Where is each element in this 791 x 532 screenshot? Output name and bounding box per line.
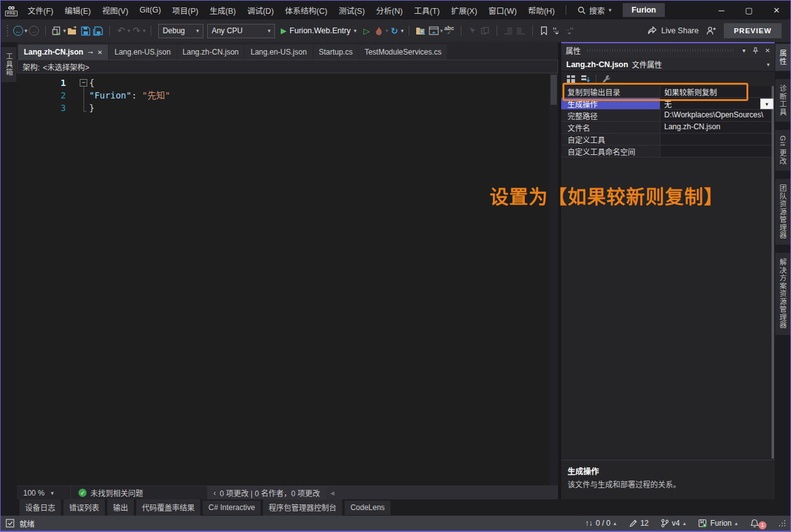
editor-vertical-scrollbar[interactable] bbox=[549, 73, 558, 486]
sidebar-tab-properties[interactable]: 属性 bbox=[775, 44, 790, 71]
search-control[interactable]: 搜索 ▾ bbox=[571, 1, 618, 19]
hot-reload-button[interactable] bbox=[373, 23, 385, 38]
codelens-changes[interactable]: ‹ 0 项更改 | 0 名作者，0 项更改 bbox=[207, 486, 326, 499]
git-branch-status[interactable]: v4 ▴ bbox=[661, 519, 686, 528]
uncomment-button[interactable] bbox=[479, 23, 492, 38]
menu-file[interactable]: 文件(F) bbox=[22, 1, 59, 19]
tab-code-coverage[interactable]: 代码覆盖率结果 bbox=[136, 499, 200, 516]
tab-lang-en-us[interactable]: Lang.en-US.json bbox=[109, 45, 176, 60]
git-repository-status[interactable]: Furion ▴ bbox=[698, 519, 738, 528]
back-caret-icon[interactable]: ▾ bbox=[24, 28, 28, 34]
menu-project[interactable]: 项目(P) bbox=[166, 1, 204, 19]
maximize-button[interactable]: ▢ bbox=[735, 1, 763, 19]
menu-edit[interactable]: 编辑(E) bbox=[59, 1, 97, 19]
tab-package-manager-console[interactable]: 程序包管理器控制台 bbox=[263, 499, 342, 516]
notifications-button[interactable]: 1 bbox=[750, 518, 767, 529]
tab-lang-zh-cn-2[interactable]: Lang.zh-CN.json bbox=[177, 45, 244, 60]
categorized-view-icon[interactable] bbox=[566, 75, 576, 83]
search-value-furion[interactable]: Furion bbox=[623, 3, 665, 17]
scrollbar-thumb[interactable] bbox=[551, 75, 557, 105]
navigate-back-button[interactable]: ← bbox=[12, 23, 24, 38]
property-grid-scrollbar[interactable] bbox=[772, 86, 774, 459]
preview-button[interactable]: PREVIEW bbox=[724, 23, 782, 38]
undo-caret-icon[interactable]: ▾ bbox=[127, 28, 131, 34]
menu-debug[interactable]: 调试(D) bbox=[242, 1, 279, 19]
tab-output[interactable]: 输出 bbox=[107, 499, 134, 516]
property-row-custom-tool[interactable]: 自定义工具 bbox=[561, 134, 775, 146]
property-row-file-name[interactable]: 文件名 Lang.zh-CN.json bbox=[561, 122, 775, 134]
properties-titlebar[interactable]: 属性 ▾ ✕ bbox=[561, 43, 775, 58]
solution-explorer-sync-button[interactable] bbox=[428, 23, 440, 38]
sidebar-tab-solution-explorer[interactable]: 解决方案资源管理器 bbox=[775, 253, 790, 335]
spell-check-button[interactable]: abc ✓ bbox=[443, 23, 456, 38]
menu-build[interactable]: 生成(B) bbox=[204, 1, 242, 19]
tab-startup-cs[interactable]: Startup.cs bbox=[313, 45, 358, 60]
redo-caret-icon[interactable]: ▾ bbox=[143, 28, 146, 34]
code-health-indicator[interactable]: ✓ 未找到相关问题 bbox=[71, 487, 151, 498]
build-action-dropdown-button[interactable]: ▾ bbox=[760, 98, 773, 109]
tab-lang-zh-cn-active[interactable]: Lang.zh-CN.json ⊸ ✕ bbox=[18, 45, 108, 60]
redo-button[interactable]: ↷ bbox=[131, 23, 143, 38]
find-in-files-button[interactable] bbox=[414, 23, 428, 38]
scroll-left-icon[interactable]: ◀ bbox=[330, 490, 335, 496]
git-sync-status[interactable]: ↑↓ 0 / 0 ▴ bbox=[585, 519, 616, 528]
sidebar-tab-diagnostic-tools[interactable]: 诊断工具 bbox=[775, 79, 790, 122]
fold-collapse-icon[interactable]: − bbox=[80, 79, 87, 87]
open-file-button[interactable] bbox=[66, 23, 79, 38]
undo-button[interactable]: ↶ bbox=[115, 23, 127, 38]
menu-architecture[interactable]: 体系结构(C) bbox=[279, 1, 333, 19]
menu-analyze[interactable]: 分析(N) bbox=[370, 1, 408, 19]
editor-horizontal-scrollbar[interactable]: ◀ bbox=[326, 486, 558, 499]
tab-codelens[interactable]: CodeLens bbox=[345, 501, 390, 515]
pin-icon[interactable]: ⊸ bbox=[88, 49, 93, 56]
close-tab-icon[interactable]: ✕ bbox=[97, 49, 102, 56]
navigate-forward-button[interactable]: → bbox=[28, 23, 40, 38]
decrease-indent-button[interactable] bbox=[502, 23, 515, 38]
pending-edits-status[interactable]: 12 bbox=[629, 519, 648, 528]
minimize-button[interactable]: ─ bbox=[708, 1, 735, 19]
menu-tools[interactable]: 工具(T) bbox=[408, 1, 445, 19]
feedback-person-icon[interactable] bbox=[706, 26, 716, 35]
close-button[interactable]: ✕ bbox=[763, 1, 790, 19]
sidebar-tab-toolbox[interactable]: 工具箱 bbox=[1, 47, 16, 82]
pin-panel-icon[interactable] bbox=[752, 47, 759, 54]
save-all-button[interactable] bbox=[92, 23, 104, 38]
tab-csharp-interactive[interactable]: C# Interactive bbox=[203, 501, 261, 515]
property-pages-wrench-icon[interactable] bbox=[601, 75, 611, 83]
solution-configuration-combo[interactable]: Debug ▾ bbox=[158, 24, 203, 38]
architecture-bar[interactable]: 架构: <未选择架构> bbox=[17, 60, 558, 73]
close-panel-icon[interactable]: ✕ bbox=[765, 47, 770, 54]
alphabetical-sort-icon[interactable] bbox=[581, 75, 591, 83]
increase-indent-button[interactable] bbox=[515, 23, 527, 38]
toggle-bookmark-button[interactable] bbox=[538, 23, 551, 38]
save-button[interactable] bbox=[79, 23, 92, 38]
zoom-level-combo[interactable]: 100 % ▾ bbox=[17, 486, 71, 499]
property-row-custom-tool-namespace[interactable]: 自定义工具命名空间 bbox=[561, 146, 775, 157]
tab-testmoduleservices-cs[interactable]: TestModuleServices.cs bbox=[359, 45, 448, 60]
menu-extensions[interactable]: 扩展(X) bbox=[445, 1, 483, 19]
panel-menu-caret-icon[interactable]: ▾ bbox=[743, 47, 746, 54]
restart-application-button[interactable]: ↻ bbox=[388, 23, 401, 38]
tab-device-log[interactable]: 设备日志 bbox=[19, 499, 61, 516]
property-row-full-path[interactable]: 完整路径 D:\Workplaces\OpenSources\ bbox=[561, 110, 775, 122]
restart-caret-icon[interactable]: ▾ bbox=[401, 28, 404, 34]
live-share-button[interactable]: Live Share bbox=[647, 26, 699, 35]
menu-help[interactable]: 帮助(H) bbox=[522, 1, 560, 19]
start-without-debugging-button[interactable]: ▷ bbox=[360, 23, 373, 38]
new-project-button[interactable] bbox=[51, 23, 63, 38]
sync-caret-icon[interactable]: ▾ bbox=[440, 28, 443, 34]
toolbar-grip[interactable] bbox=[7, 25, 8, 36]
properties-object-selector[interactable]: Lang.zh-CN.json 文件属性 ▾ bbox=[561, 58, 775, 72]
resize-grip[interactable] bbox=[779, 520, 785, 526]
sidebar-tab-git-changes[interactable]: Git 更改 bbox=[775, 130, 790, 171]
code-editor[interactable]: 1 − { 2 "Furion" : "先知" 3 } bbox=[17, 73, 558, 486]
bookmark-prev-button[interactable] bbox=[551, 23, 563, 38]
tab-error-list[interactable]: 错误列表 bbox=[63, 499, 105, 516]
menu-view[interactable]: 视图(V) bbox=[97, 1, 134, 19]
tab-lang-en-us-2[interactable]: Lang.en-US.json bbox=[245, 45, 312, 60]
solution-platform-combo[interactable]: Any CPU ▾ bbox=[207, 24, 275, 38]
sidebar-tab-team-explorer[interactable]: 团队资源管理器 bbox=[775, 179, 790, 245]
menu-test[interactable]: 测试(S) bbox=[333, 1, 370, 19]
start-debugging-button[interactable]: ▶ Furion.Web.Entry ▾ bbox=[281, 26, 357, 35]
menu-window[interactable]: 窗口(W) bbox=[483, 1, 522, 19]
